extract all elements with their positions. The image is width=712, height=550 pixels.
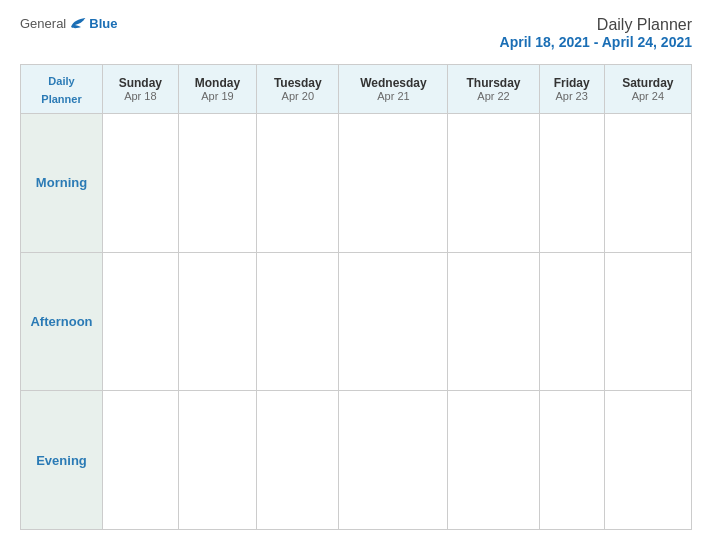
day-header-tuesday: Tuesday Apr 20 — [257, 65, 339, 114]
cell-monday-afternoon[interactable] — [178, 252, 257, 391]
cell-friday-afternoon[interactable] — [539, 252, 604, 391]
cell-tuesday-evening[interactable] — [257, 391, 339, 530]
cell-tuesday-morning[interactable] — [257, 114, 339, 253]
table-row-evening: Evening — [21, 391, 692, 530]
cell-wednesday-morning[interactable] — [339, 114, 448, 253]
planner-title: Daily Planner — [500, 16, 692, 34]
cell-sunday-afternoon[interactable] — [103, 252, 179, 391]
time-label-morning: Morning — [21, 114, 103, 253]
table-header-row: Daily Planner Sunday Apr 18 Monday Apr 1… — [21, 65, 692, 114]
day-header-sunday: Sunday Apr 18 — [103, 65, 179, 114]
cell-thursday-morning[interactable] — [448, 114, 539, 253]
corner-header: Daily Planner — [21, 65, 103, 114]
cell-sunday-evening[interactable] — [103, 391, 179, 530]
logo-general-text: General — [20, 16, 66, 31]
logo-area: General Blue — [20, 16, 117, 31]
time-label-afternoon: Afternoon — [21, 252, 103, 391]
planner-date-range: April 18, 2021 - April 24, 2021 — [500, 34, 692, 50]
cell-saturday-evening[interactable] — [604, 391, 691, 530]
day-header-monday: Monday Apr 19 — [178, 65, 257, 114]
planner-table: Daily Planner Sunday Apr 18 Monday Apr 1… — [20, 64, 692, 530]
cell-friday-evening[interactable] — [539, 391, 604, 530]
table-row-afternoon: Afternoon — [21, 252, 692, 391]
page-header: General Blue Daily Planner April 18, 202… — [20, 16, 692, 50]
cell-friday-morning[interactable] — [539, 114, 604, 253]
logo-bird-icon — [69, 17, 87, 31]
cell-saturday-morning[interactable] — [604, 114, 691, 253]
title-area: Daily Planner April 18, 2021 - April 24,… — [500, 16, 692, 50]
cell-tuesday-afternoon[interactable] — [257, 252, 339, 391]
cell-wednesday-afternoon[interactable] — [339, 252, 448, 391]
cell-sunday-morning[interactable] — [103, 114, 179, 253]
corner-label-line2: Planner — [41, 93, 81, 105]
day-header-wednesday: Wednesday Apr 21 — [339, 65, 448, 114]
cell-monday-morning[interactable] — [178, 114, 257, 253]
corner-label-line1: Daily — [48, 75, 74, 87]
table-row-morning: Morning — [21, 114, 692, 253]
cell-saturday-afternoon[interactable] — [604, 252, 691, 391]
day-header-saturday: Saturday Apr 24 — [604, 65, 691, 114]
day-header-friday: Friday Apr 23 — [539, 65, 604, 114]
logo-blue-text: Blue — [89, 16, 117, 31]
time-label-evening: Evening — [21, 391, 103, 530]
cell-monday-evening[interactable] — [178, 391, 257, 530]
cell-thursday-evening[interactable] — [448, 391, 539, 530]
cell-thursday-afternoon[interactable] — [448, 252, 539, 391]
day-header-thursday: Thursday Apr 22 — [448, 65, 539, 114]
cell-wednesday-evening[interactable] — [339, 391, 448, 530]
